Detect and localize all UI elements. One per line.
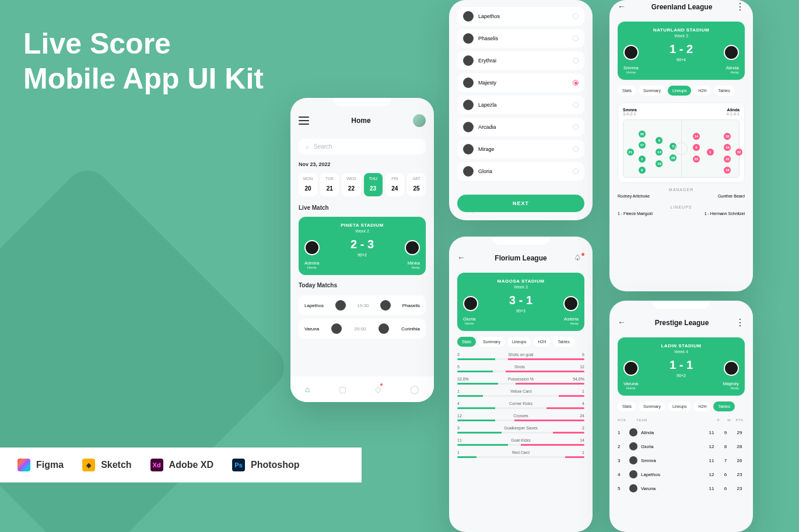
phone-florium: ← Florium League ♤ MAGOSA STADIUM Week 3… xyxy=(449,237,593,532)
tab-tables[interactable]: Tables xyxy=(713,401,734,411)
tab-tables[interactable]: Tables xyxy=(713,86,734,96)
table-row[interactable]: 3Smmra11726 xyxy=(609,453,753,467)
team-item[interactable]: Lapezla xyxy=(457,96,584,114)
date-label: Nov 23, 2022 xyxy=(290,159,434,170)
phone-team-select: LapethosPhaselisErythraiMajestyLapezlaAr… xyxy=(449,0,593,220)
phone-prestige: ← Prestige League ⋮ LADIN STADIUM Week 4… xyxy=(609,301,753,532)
tab-lineups[interactable]: Lineups xyxy=(668,86,692,96)
nav-calendar-icon[interactable]: ▢ xyxy=(339,385,346,394)
menu-icon[interactable] xyxy=(299,117,309,125)
player-home: 19 xyxy=(656,160,663,167)
phone-greenland: ← Greenland League ⋮ NATURLAND STADIUM W… xyxy=(609,0,753,291)
lineup-card: Smmra3-4-2-1 Alinda4-1-4-1 2132171691419… xyxy=(618,103,745,183)
stat-row: 3Shots on goal6 xyxy=(449,350,593,362)
tab-lineups[interactable]: Lineups xyxy=(507,337,531,347)
player-home: 6 xyxy=(639,167,646,174)
bell-icon[interactable]: ♤ xyxy=(574,253,584,263)
days-row: MON20TUE21WED22THU23FRI24SAT25 xyxy=(290,170,434,200)
stat-row: 4Corner Kicks4 xyxy=(449,399,593,411)
team-item[interactable]: Majesty xyxy=(457,73,584,92)
stat-row: 1Yellow Card1 xyxy=(449,387,593,399)
page-title: Home xyxy=(309,117,413,125)
player-away: 5 xyxy=(693,144,700,151)
day-25[interactable]: SAT25 xyxy=(407,173,426,196)
search-icon: ⌕ xyxy=(306,143,309,150)
today-match-item[interactable]: Varuna20:00Corinthia xyxy=(299,319,426,339)
back-icon[interactable]: ← xyxy=(457,253,468,263)
avatar[interactable] xyxy=(413,114,426,127)
tab-h2h[interactable]: H2H xyxy=(693,401,711,411)
page-title: Greenland League xyxy=(628,3,735,11)
nav-home-icon[interactable]: ⌂ xyxy=(305,385,310,394)
tab-lineups[interactable]: Lineups xyxy=(668,401,692,411)
today-match-item[interactable]: Lapethos19:30Phaselis xyxy=(299,295,426,315)
player-home: 14 xyxy=(656,149,663,156)
team-item[interactable]: Phaselis xyxy=(457,29,584,48)
today-match-label: Today Matchs xyxy=(290,277,434,292)
live-match-label: Live Match xyxy=(290,200,434,214)
nav-profile-icon[interactable]: ◯ xyxy=(410,385,419,394)
tab-summary[interactable]: Summary xyxy=(478,337,505,347)
day-21[interactable]: TUE21 xyxy=(320,173,339,196)
player-home: 28 xyxy=(670,154,677,161)
player-away: 14 xyxy=(693,133,700,140)
more-icon[interactable]: ⋮ xyxy=(735,1,745,12)
day-24[interactable]: FRI24 xyxy=(386,173,404,196)
match-card[interactable]: LADIN STADIUM Week 4 1 - 190+2 VarunaHom… xyxy=(618,337,745,396)
adobexd-icon: Xd xyxy=(150,459,163,471)
player-away: 10 xyxy=(724,156,731,163)
sketch-icon: ◆ xyxy=(82,459,95,471)
player-away: 19 xyxy=(724,144,731,151)
tab-tables[interactable]: Tables xyxy=(553,337,574,347)
stat-row: 3Goalkeeper Saves2 xyxy=(449,424,593,436)
table-row[interactable]: 5Varuna11623 xyxy=(609,481,753,495)
player-away: 20 xyxy=(724,133,731,140)
player-home: 5 xyxy=(670,143,677,150)
figma-icon xyxy=(17,459,30,471)
phone-home: Home ⌕ Search Nov 23, 2022 MON20TUE21WED… xyxy=(290,98,434,402)
stat-row: 32.0%Possession %54.0% xyxy=(449,375,593,387)
stat-row: 1Red Card1 xyxy=(449,448,593,460)
day-20[interactable]: MON20 xyxy=(299,173,317,196)
nav-activity-icon[interactable]: ◇ xyxy=(375,385,381,394)
match-card[interactable]: NATURLAND STADIUM Week 3 1 - 290+4 Smmra… xyxy=(618,22,745,80)
team-badge-home xyxy=(304,240,320,255)
team-item[interactable]: Lapethos xyxy=(457,7,584,26)
tab-stats[interactable]: Stats xyxy=(618,401,636,411)
tab-summary[interactable]: Summary xyxy=(639,86,665,96)
promo-title: Live ScoreMobile App UI Kit xyxy=(23,26,264,96)
team-item[interactable]: Arcadia xyxy=(457,118,584,136)
live-match-card[interactable]: PINETA STADIUM Week 2 2 - 3 90+2 AdmiraH… xyxy=(299,217,426,275)
search-input[interactable]: ⌕ Search xyxy=(299,139,426,154)
page-title: Florium League xyxy=(468,254,574,262)
team-item[interactable]: Mirage xyxy=(457,140,584,158)
tools-bar: Figma ◆Sketch XdAdobe XD PsPhotoshop xyxy=(0,448,362,482)
photoshop-icon: Ps xyxy=(232,459,245,471)
player-home: 32 xyxy=(639,131,646,138)
table-row[interactable]: 2Gloria12828 xyxy=(609,439,753,453)
tab-stats[interactable]: Stats xyxy=(457,337,476,347)
table-row[interactable]: 1Alinda11929 xyxy=(609,425,753,439)
player-away: 18 xyxy=(724,167,731,174)
stat-row: 5Shots12 xyxy=(449,362,593,375)
day-22[interactable]: WED22 xyxy=(342,173,360,196)
team-item[interactable]: Gloria xyxy=(457,162,584,181)
player-away: 1 xyxy=(707,149,714,156)
team-badge-away xyxy=(405,240,420,255)
player-away: 32 xyxy=(735,149,742,156)
match-card[interactable]: MAGOSA STADIUM Week 3 3 - 190+3 GloriaHo… xyxy=(457,273,584,331)
more-icon[interactable]: ⋮ xyxy=(735,317,745,328)
tab-summary[interactable]: Summary xyxy=(639,401,665,411)
table-row[interactable]: 4Lapethos12623 xyxy=(609,467,753,481)
day-23[interactable]: THU23 xyxy=(364,173,383,196)
tab-h2h[interactable]: H2H xyxy=(693,86,711,96)
stat-row: 11Goal Kicks14 xyxy=(449,436,593,448)
tab-stats[interactable]: Stats xyxy=(618,86,636,96)
page-title: Prestige League xyxy=(628,319,735,327)
back-icon[interactable]: ← xyxy=(618,318,628,328)
next-button[interactable]: NEXT xyxy=(457,195,584,212)
tab-h2h[interactable]: H2H xyxy=(533,337,551,347)
team-item[interactable]: Erythrai xyxy=(457,51,584,70)
pitch: 21321716914195283220191018114523 xyxy=(623,119,740,178)
back-icon[interactable]: ← xyxy=(618,2,628,12)
